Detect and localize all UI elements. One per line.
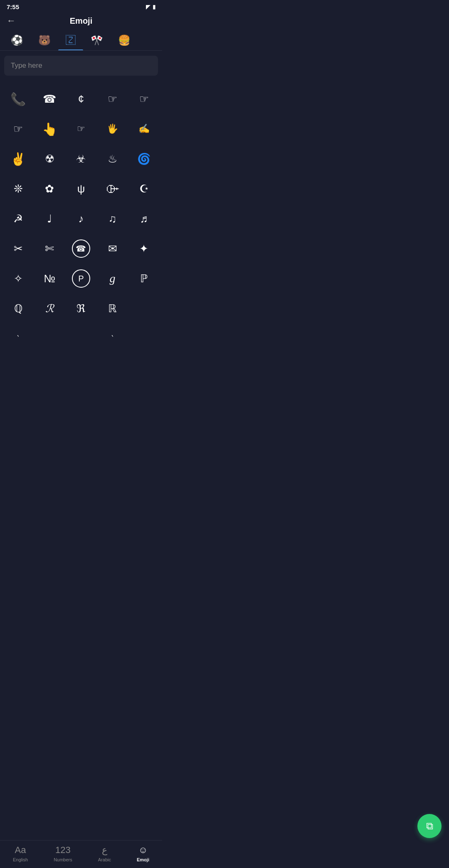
header: ← Emoji	[0, 12, 162, 31]
page-title: Emoji	[70, 16, 92, 26]
status-bar: 7:55 ◤ ▮	[0, 0, 162, 12]
search-input[interactable]	[11, 62, 151, 70]
emoji-note-beamed[interactable]: ♫	[97, 204, 128, 234]
emoji-flower-outline[interactable]: ❊	[2, 174, 34, 204]
emoji-envelope[interactable]: ✉	[97, 234, 128, 264]
emoji-extra-4[interactable]: ‵	[97, 323, 128, 353]
emoji-telephone-red[interactable]: 📞	[2, 84, 34, 114]
search-box[interactable]	[4, 56, 158, 76]
emoji-parking[interactable]: P	[72, 269, 90, 288]
time: 7:55	[7, 3, 19, 10]
battery-icon: ▮	[153, 4, 155, 10]
emoji-biohazard[interactable]: ☣	[65, 144, 97, 174]
emoji-hammer-sickle[interactable]: ☭	[2, 204, 34, 234]
emoji-scissors-2[interactable]: ✄	[34, 234, 66, 264]
emoji-double-r[interactable]: ℝ	[97, 293, 128, 323]
emoji-grid: 📞 ☎ ¢ ☞ ☞ ☞ 👆 ☞ 🖐 ✍ ✌ ☢ ☣ ♨ 🌀 ❊ ✿ ψ ⌱ ☪ …	[0, 81, 162, 357]
emoji-trident[interactable]: ⌱	[97, 174, 128, 204]
emoji-empty	[128, 293, 160, 323]
tab-animals[interactable]: 🐻	[31, 31, 58, 50]
emoji-note-eighth[interactable]: ♪	[65, 204, 97, 234]
status-icons: ◤ ▮	[146, 4, 155, 10]
emoji-cent[interactable]: ¢	[65, 84, 97, 114]
emoji-fraktur-r[interactable]: ℜ	[65, 293, 97, 323]
emoji-star-4pt-outline[interactable]: ✧	[2, 264, 34, 293]
emoji-star-4pt-filled[interactable]: ✦	[128, 234, 160, 264]
emoji-radioactive[interactable]: ☢	[34, 144, 66, 174]
emoji-script-g[interactable]: g	[97, 264, 128, 293]
tab-flags[interactable]: 🎌	[83, 31, 111, 50]
emoji-note-quarter[interactable]: ♩	[34, 204, 66, 234]
emoji-double-p[interactable]: ℙ	[128, 264, 160, 293]
emoji-numero[interactable]: №	[34, 264, 66, 293]
emoji-extra-3	[65, 323, 97, 353]
emoji-point-up[interactable]: 👆	[34, 114, 66, 144]
emoji-phone-circle[interactable]: ☎	[72, 239, 90, 258]
emoji-flower-white[interactable]: ✿	[34, 174, 66, 204]
signal-icon: ◤	[146, 4, 150, 10]
emoji-telephone-white[interactable]: ☎	[34, 84, 66, 114]
back-button[interactable]: ←	[7, 15, 16, 26]
emoji-psi[interactable]: ψ	[65, 174, 97, 204]
tab-letters[interactable]: 🇿	[58, 31, 83, 50]
category-tabs: ⚽ 🐻 🇿 🎌 🍔	[0, 31, 162, 51]
emoji-star-crescent[interactable]: ☪	[128, 174, 160, 204]
emoji-point-right-4[interactable]: ☞	[65, 114, 97, 144]
emoji-point-right-1[interactable]: ☞	[97, 84, 128, 114]
emoji-script-r[interactable]: ℛ	[34, 293, 66, 323]
emoji-point-right-2[interactable]: ☞	[128, 84, 160, 114]
emoji-hand-pour[interactable]: 🖐	[97, 114, 128, 144]
tab-food[interactable]: 🍔	[111, 31, 138, 50]
emoji-hot-springs[interactable]: ♨	[97, 144, 128, 174]
emoji-extra-5	[128, 323, 160, 353]
emoji-extra-2	[34, 323, 66, 353]
emoji-spiral[interactable]: 🌀	[128, 144, 160, 174]
emoji-point-right-3[interactable]: ☞	[2, 114, 34, 144]
emoji-double-q[interactable]: ℚ	[2, 293, 34, 323]
emoji-extra-1[interactable]: ‵	[2, 323, 34, 353]
emoji-note-double[interactable]: ♬	[128, 204, 160, 234]
emoji-writing-hand[interactable]: ✍	[128, 114, 160, 144]
tab-sports[interactable]: ⚽	[3, 31, 31, 50]
emoji-scissors-1[interactable]: ✂	[2, 234, 34, 264]
emoji-peace-sign[interactable]: ✌	[2, 144, 34, 174]
